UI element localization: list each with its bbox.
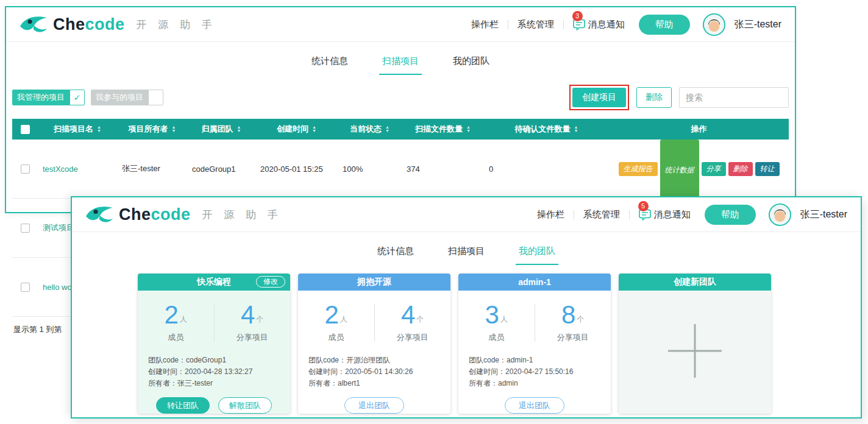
tab-statistics[interactable]: 统计信息 (308, 55, 351, 75)
cell-status: 100% (338, 140, 402, 199)
top-nav: 操作栏 系统管理 3 消息通知 帮助 (471, 13, 781, 36)
shared-count: 8 (561, 302, 575, 328)
nav-operations[interactable]: 操作栏 (471, 19, 499, 30)
sort-icon[interactable] (466, 125, 471, 133)
filter-joined-label: 我参与的项目 (91, 90, 148, 105)
avatar[interactable] (769, 203, 791, 226)
shared-label: 分享项目 (237, 332, 268, 343)
member-stat: 3人 成员 (458, 302, 535, 343)
notifications-link[interactable]: 5 消息通知 (639, 209, 691, 221)
column-label: 扫描项目名 (54, 124, 93, 135)
team-owner: 所有者：albert1 (308, 378, 440, 389)
select-all-checkbox[interactable] (21, 125, 30, 134)
column-header-scanned-files[interactable]: 扫描文件数量 (402, 119, 484, 140)
tab-scan-projects[interactable]: 扫描项目 (379, 55, 422, 75)
help-button[interactable]: 帮助 (639, 15, 690, 35)
brand-name: Checode (119, 205, 191, 224)
share-button[interactable]: 分享 (702, 162, 726, 176)
nav-system-admin[interactable]: 系统管理 (518, 19, 554, 30)
column-label: 创建时间 (277, 124, 308, 135)
dissolve-team-button[interactable]: 解散团队 (218, 397, 272, 414)
column-header-status[interactable]: 当前状态 (338, 119, 402, 140)
column-header-team[interactable]: 归属团队 (187, 119, 255, 140)
row-checkbox[interactable] (21, 164, 30, 174)
filter-managed-label: 我管理的项目 (12, 90, 69, 105)
member-unit: 人 (340, 314, 347, 325)
column-header-project-name[interactable]: 扫描项目名 (38, 119, 117, 140)
column-label: 待确认文件数量 (515, 124, 571, 135)
filter-managed-projects[interactable]: 我管理的项目 (12, 90, 85, 105)
team-card-header: 创建新团队 (619, 274, 771, 291)
team-card-buttons: 退出团队 (458, 397, 611, 414)
shared-unit: 个 (256, 314, 263, 325)
member-label: 成员 (488, 332, 504, 343)
team-card-buttons: 退出团队 (298, 397, 450, 414)
divider (574, 210, 574, 219)
member-count: 2 (165, 302, 179, 328)
divider (629, 210, 630, 219)
red-highlight-annotation: 创建项目 (569, 85, 629, 110)
tab-my-team[interactable]: 我的团队 (450, 55, 493, 75)
column-header-owner[interactable]: 项目所有者 (117, 119, 187, 140)
member-stat: 2人 成员 (298, 302, 374, 343)
notifications-label: 消息通知 (654, 209, 691, 221)
create-team-body[interactable] (619, 291, 771, 414)
select-all-header (12, 119, 38, 140)
column-label: 操作 (691, 124, 707, 135)
member-unit: 人 (500, 314, 508, 325)
avatar[interactable] (703, 13, 725, 36)
team-cards: 快乐编程 修改 2人 成员 4个 分享项目 团队code：codeGroup1 (72, 274, 861, 414)
team-code: 团队code：admin-1 (469, 355, 600, 366)
project-name-link[interactable]: testXcode (43, 164, 78, 174)
tab-scan-projects[interactable]: 扫描项目 (445, 246, 488, 265)
row-checkbox[interactable] (21, 283, 30, 292)
tab-statistics[interactable]: 统计信息 (374, 246, 417, 265)
help-button[interactable]: 帮助 (705, 205, 756, 225)
tab-my-team[interactable]: 我的团队 (516, 246, 558, 265)
team-card: 拥抱开源 2人 成员 4个 分享项目 团队code：开源治理团队 创建时间：20… (298, 274, 450, 414)
create-project-button[interactable]: 创建项目 (572, 88, 626, 107)
sort-icon[interactable] (237, 125, 241, 133)
sort-icon[interactable] (385, 125, 390, 133)
cell-created: 2020-05-01 15:25 (255, 140, 338, 199)
team-card-header: admin-1 (458, 274, 611, 291)
leave-team-button[interactable]: 退出团队 (505, 397, 564, 414)
column-label: 当前状态 (350, 124, 382, 135)
delete-selected-button[interactable]: 删除 (636, 87, 672, 108)
filter-joined-projects[interactable]: 我参与的项目 (91, 90, 163, 105)
team-owner: 所有者：张三-tester (148, 378, 280, 389)
team-created: 创建时间：2020-04-27 15:50:16 (469, 366, 600, 378)
cell-scanned: 374 (402, 140, 484, 199)
team-card: admin-1 3人 成员 8个 分享项目 团队code：admin-1 创建时… (458, 274, 611, 414)
sort-icon[interactable] (172, 125, 176, 133)
row-checkbox[interactable] (21, 224, 30, 233)
notifications-label: 消息通知 (588, 19, 625, 30)
transfer-button[interactable]: 转让 (755, 162, 780, 176)
team-created: 创建时间：2020-05-01 14:30:26 (308, 366, 440, 378)
team-card-header: 快乐编程 修改 (138, 274, 290, 291)
transfer-team-button[interactable]: 转让团队 (156, 397, 210, 414)
modify-team-button[interactable]: 修改 (256, 276, 285, 288)
nav-system-admin[interactable]: 系统管理 (583, 209, 620, 221)
sort-icon[interactable] (312, 125, 316, 133)
create-team-card[interactable]: 创建新团队 (619, 274, 771, 414)
main-tabs: 统计信息 扫描项目 我的团队 (72, 246, 861, 265)
delete-row-button[interactable]: 删除 (728, 162, 753, 176)
search-input[interactable] (679, 87, 789, 108)
sort-icon[interactable] (97, 125, 101, 133)
checkbox-unchecked-icon (148, 90, 163, 105)
main-tabs: 统计信息 扫描项目 我的团队 (6, 55, 795, 75)
nav-operations[interactable]: 操作栏 (537, 209, 564, 221)
member-unit: 人 (180, 314, 187, 325)
column-label: 扫描文件数量 (415, 124, 463, 135)
notification-badge: 3 (572, 11, 583, 21)
notifications-link[interactable]: 3 消息通知 (573, 19, 625, 30)
column-label: 项目所有者 (129, 124, 168, 135)
leave-team-button[interactable]: 退出团队 (344, 397, 404, 414)
column-header-created[interactable]: 创建时间 (255, 119, 338, 140)
statistics-data-button[interactable]: 统计数据 (660, 140, 699, 198)
column-header-pending-files[interactable]: 待确认文件数量 (484, 119, 609, 140)
top-nav: 操作栏 系统管理 5 消息通知 帮助 (537, 203, 847, 226)
sort-icon[interactable] (574, 125, 578, 133)
generate-report-button[interactable]: 生成报告 (619, 162, 658, 176)
